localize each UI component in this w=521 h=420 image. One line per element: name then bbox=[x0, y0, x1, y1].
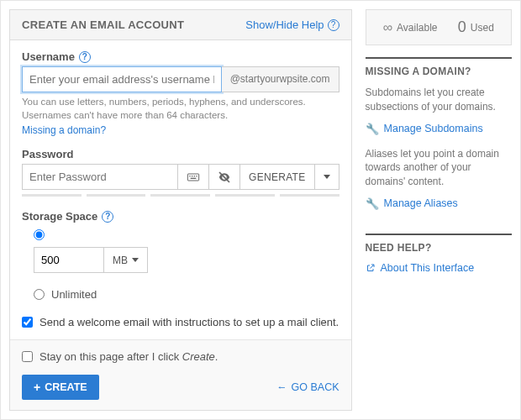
section-title: MISSING A DOMAIN? bbox=[366, 57, 512, 77]
keyboard-icon bbox=[187, 171, 200, 184]
domain-addon: @startyourwpsite.com bbox=[222, 66, 339, 92]
help-icon[interactable]: ? bbox=[102, 211, 113, 223]
stay-on-page-row[interactable]: Stay on this page after I click Create. bbox=[22, 350, 339, 363]
chevron-down-icon bbox=[132, 258, 139, 262]
svg-rect-4 bbox=[196, 176, 197, 176]
show-hide-help-link[interactable]: Show/Hide Help ? bbox=[245, 18, 339, 31]
plus-icon: + bbox=[34, 381, 40, 393]
welcome-email-row[interactable]: Send a welcome email with instructions t… bbox=[22, 316, 339, 328]
generate-password-button[interactable]: GENERATE bbox=[240, 164, 315, 190]
stats-box: ∞ Available 0 Used bbox=[366, 9, 512, 45]
svg-rect-5 bbox=[191, 177, 197, 178]
storage-unit-select[interactable]: MB bbox=[104, 247, 148, 273]
card-body: Username ? @startyourwpsite.com You can … bbox=[10, 40, 351, 339]
username-label: Username ? bbox=[22, 50, 339, 63]
create-button[interactable]: + CREATE bbox=[22, 375, 99, 400]
password-label: Password bbox=[22, 148, 339, 160]
svg-rect-0 bbox=[187, 174, 198, 181]
create-email-card: CREATE AN EMAIL ACCOUNT Show/Hide Help ?… bbox=[9, 9, 352, 411]
username-hint: You can use letters, numbers, periods, h… bbox=[22, 96, 339, 122]
storage-section: Storage Space ? MB Unlimited bbox=[22, 210, 339, 328]
button-row: + CREATE ← GO BACK bbox=[22, 375, 339, 400]
username-input[interactable] bbox=[22, 66, 222, 92]
section-title: NEED HELP? bbox=[366, 234, 512, 254]
card-header: CREATE AN EMAIL ACCOUNT Show/Hide Help ? bbox=[10, 10, 351, 40]
need-help-section: NEED HELP? About This Interface bbox=[366, 234, 512, 286]
storage-custom-option[interactable] bbox=[34, 229, 339, 240]
password-keyboard-button[interactable] bbox=[178, 164, 209, 190]
welcome-email-checkbox[interactable] bbox=[22, 317, 33, 328]
wrench-icon: 🔧 bbox=[366, 197, 379, 210]
missing-domain-section: MISSING A DOMAIN? Subdomains let you cre… bbox=[366, 57, 512, 222]
external-link-icon bbox=[366, 263, 376, 273]
password-reveal-button[interactable] bbox=[209, 164, 240, 190]
page-root: CREATE AN EMAIL ACCOUNT Show/Hide Help ?… bbox=[0, 0, 521, 420]
storage-size-input[interactable] bbox=[34, 247, 104, 273]
password-strength-meter bbox=[22, 194, 339, 197]
password-row: GENERATE bbox=[22, 164, 339, 190]
manage-aliases-link[interactable]: 🔧 Manage Aliases bbox=[366, 197, 512, 210]
stat-used: 0 Used bbox=[458, 18, 494, 36]
sidebar: ∞ Available 0 Used MISSING A DOMAIN? Sub… bbox=[366, 9, 512, 411]
about-interface-link[interactable]: About This Interface bbox=[366, 262, 512, 274]
stat-available: ∞ Available bbox=[383, 20, 438, 35]
svg-rect-3 bbox=[194, 176, 195, 176]
infinity-icon: ∞ bbox=[383, 20, 392, 35]
card-title: CREATE AN EMAIL ACCOUNT bbox=[22, 18, 184, 31]
eye-off-icon bbox=[218, 171, 231, 184]
storage-size-row: MB bbox=[34, 247, 339, 273]
storage-unlimited-radio[interactable] bbox=[34, 289, 45, 300]
svg-rect-1 bbox=[189, 176, 190, 176]
go-back-link[interactable]: ← GO BACK bbox=[276, 381, 339, 393]
storage-custom-radio[interactable] bbox=[34, 229, 45, 240]
generate-dropdown-button[interactable] bbox=[315, 164, 339, 190]
username-row: @startyourwpsite.com bbox=[22, 66, 339, 92]
card-footer: Stay on this page after I click Create. … bbox=[10, 339, 351, 410]
storage-label: Storage Space ? bbox=[22, 210, 339, 223]
stay-on-page-checkbox[interactable] bbox=[22, 351, 33, 362]
password-input[interactable] bbox=[22, 164, 178, 190]
missing-domain-link[interactable]: Missing a domain? bbox=[22, 124, 106, 136]
chevron-down-icon bbox=[324, 175, 330, 179]
svg-rect-2 bbox=[192, 176, 192, 176]
storage-unlimited-option[interactable]: Unlimited bbox=[34, 288, 339, 301]
wrench-icon: 🔧 bbox=[366, 123, 379, 135]
arrow-left-icon: ← bbox=[276, 381, 287, 393]
help-icon[interactable]: ? bbox=[79, 51, 91, 63]
help-icon: ? bbox=[328, 19, 339, 31]
manage-subdomains-link[interactable]: 🔧 Manage Subdomains bbox=[366, 123, 512, 135]
